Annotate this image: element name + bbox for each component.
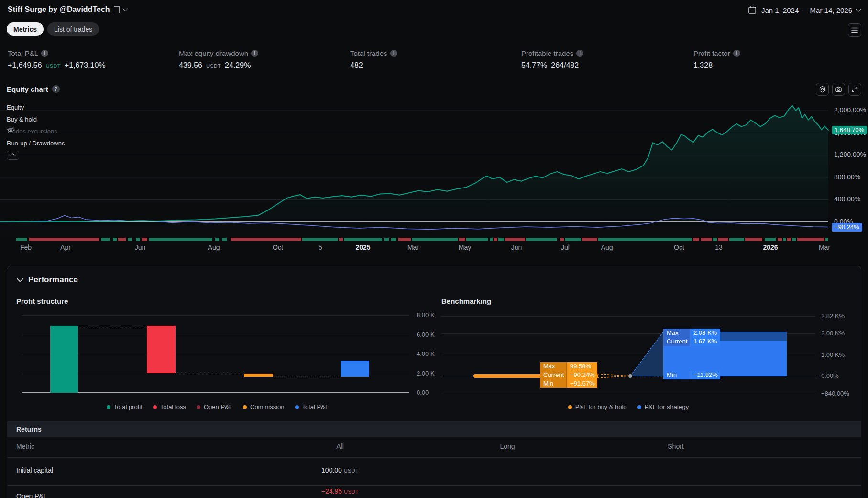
strip-segment-win [565,238,581,241]
metric-value-extra: 264/482 [551,61,579,70]
legend-item: P&L for buy & hold [568,403,627,410]
bench-strategy-min-value: −11.82% [690,371,720,379]
projection-cone [630,332,663,376]
waterfall-bar-total-loss [147,326,176,373]
legend-item: Total loss [153,403,186,410]
legend-label: Buy & hold [7,116,37,123]
info-icon[interactable]: i [251,50,258,57]
legend-item: Total profit [107,403,143,410]
info-icon[interactable]: i [390,50,397,57]
info-icon[interactable]: i [576,50,583,57]
column-header-long: Long [500,443,515,450]
row-metric-label: Open P&L [16,492,47,498]
metric-label: Total P&Li [8,49,106,57]
bench-buyhold-row-label: Min [540,379,566,388]
strip-segment-win [215,238,219,241]
strip-segment-loss [718,238,728,241]
view-tabs: Metrics List of trades [7,22,99,36]
strip-segment-loss [118,238,126,241]
strategy-title-dropdown[interactable]: Stiff Surge by @DaviddTech [8,5,127,14]
metric-value-unit: USDT [206,63,221,69]
equity-current-badge: 1,648.70% [832,126,867,134]
legend-item-trades-excursions[interactable]: Trades excursions [7,126,60,136]
row-all-value: 100.00 USDT [321,466,359,474]
metric-profit-factor: Profit factori1.328 [693,49,740,70]
strip-segment-win [391,238,396,241]
metric-label-text: Total trades [350,49,387,57]
strategy-max-range [720,332,787,340]
legend-dot [243,405,247,409]
strip-segment-win [128,238,132,241]
legend-label: P&L for strategy [645,403,689,410]
y-axis-label: 800.00% [834,173,860,181]
x-axis-label: Jul [561,243,570,251]
legend-label: Total profit [114,403,143,410]
strip-segment-loss [29,238,99,241]
metric-label: Max equity drawdowni [179,49,258,57]
performance-section-toggle[interactable]: Performance [18,275,78,285]
layout-menu-button[interactable] [848,23,861,37]
strip-segment-loss [701,238,712,241]
metric-value-main: +1,649.56 [8,61,42,70]
equity-area-fill [0,106,828,237]
metric-label: Total tradesi [350,49,397,57]
date-range-label: Jan 1, 2024 — Mar 14, 2026 [761,6,852,14]
profit-axis-label: 0.00 [417,389,429,396]
strip-segment-loss [560,238,564,241]
divider [7,485,861,486]
divider [7,457,861,458]
strip-segment-win [113,238,117,241]
metric-label-text: Profitable trades [521,49,573,57]
tab-metrics[interactable]: Metrics [7,22,44,36]
unknown-glyph [114,6,120,13]
tab-list-of-trades[interactable]: List of trades [47,22,99,36]
bench-strategy-row-label: Max [663,329,690,337]
profit-axis-label: 8.00 K [417,311,435,319]
returns-section-header: Returns [7,421,861,437]
strip-segment-win [490,238,493,241]
chevron-up-icon [10,153,15,158]
metric-profitable-trades: Profitable tradesi54.77%264/482 [521,49,583,70]
metric-value-unit: USDT [46,63,61,69]
x-axis-label: Mar [407,243,419,251]
legend-item-buy-hold[interactable]: Buy & hold [7,114,40,124]
strip-segment-loss [505,238,525,241]
eye-off-icon[interactable] [7,126,15,133]
x-axis-label: Jun [135,243,146,251]
buyhold-current-badge: −90.24% [832,223,862,232]
metric-label-text: Profit factor [693,49,730,57]
legend-item: Commission [243,403,285,410]
legend-item-run-up-drawdowns[interactable]: Run-up / Drawdowns [7,138,67,148]
date-range-picker[interactable]: Jan 1, 2024 — Mar 14, 2026 [747,5,860,15]
metric-label: Profitable tradesi [521,49,583,57]
equity-chart: 2,000.00%1,600.00%1,200.00%800.00%400.00… [0,89,868,257]
x-axis-label: 13 [715,243,723,251]
strip-segment-win [825,238,828,241]
bench-buyhold-row-label: Max [540,362,566,371]
strip-segment-win [783,238,786,241]
x-axis-label: Feb [20,243,32,251]
value: 100.00 [321,466,344,474]
profit-structure-title: Profit structure [16,297,68,305]
collapse-chart-button[interactable] [7,151,19,160]
strip-segment-win [222,238,227,241]
trade-direction-strip [0,238,868,241]
x-axis-label: Apr [60,243,71,251]
profit-gridline [22,392,409,393]
info-icon[interactable]: i [41,50,48,57]
column-header-short: Short [668,443,683,450]
column-header-metric: Metric [16,443,34,450]
info-icon[interactable]: i [733,50,740,57]
legend-item-equity[interactable]: Equity [7,102,27,112]
bench-axis-label: 1.00 K% [821,351,845,358]
bench-buyhold-row-value: −90.24% [566,371,597,379]
bench-strategy-min-label: Min [663,371,690,379]
value: −24.95 [321,487,344,495]
strip-segment-win [498,238,504,241]
performance-title: Performance [28,275,78,285]
strip-segment-win [466,238,488,241]
metric-value: 1.328 [693,61,740,70]
strip-segment-loss [787,238,791,241]
strip-segment-loss [231,238,301,241]
legend-dot [153,405,157,409]
